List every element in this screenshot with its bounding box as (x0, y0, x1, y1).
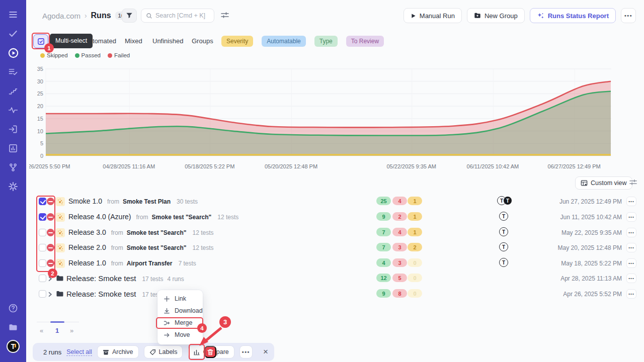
selection-more-button[interactable]: ••• (239, 345, 253, 358)
passed-badge: 7 (376, 243, 391, 251)
sidebar-bottom: T (4, 299, 23, 356)
merge-icon (164, 320, 170, 326)
row-more-button[interactable]: ••• (626, 258, 636, 268)
tab-unfinished[interactable]: Unfinished (152, 37, 183, 45)
ellipsis-icon: ••• (628, 245, 634, 250)
row-more-button[interactable]: ••• (626, 274, 636, 283)
x-tick: 04/26/2025 5:50 PM (29, 163, 70, 169)
logo-avatar[interactable]: T (4, 337, 23, 356)
sidebar: T (0, 0, 26, 362)
group-row[interactable]: Release: Smoke test17 tests7 runs980Apr … (0, 286, 644, 301)
labels-label: Labels (159, 348, 178, 355)
row-checkbox[interactable] (39, 198, 46, 205)
ellipsis-icon: ••• (624, 13, 632, 19)
labels-button[interactable]: Labels (144, 345, 183, 358)
menu-icon[interactable] (4, 5, 23, 24)
annotation-step-3: 3 (219, 316, 231, 328)
run-burst-icon (56, 197, 65, 206)
tag-severity[interactable]: Severity (221, 36, 253, 47)
table-row[interactable]: Release 3.0fromSmoke test "Search"12 tes… (0, 225, 644, 240)
remove-icon[interactable] (47, 244, 54, 251)
view-settings-icon[interactable] (628, 178, 638, 188)
pagination-prev[interactable]: « (40, 327, 43, 334)
folder-icon[interactable] (4, 318, 23, 337)
row-checkbox[interactable] (39, 290, 46, 298)
remove-icon[interactable] (47, 213, 54, 221)
remove-icon[interactable] (47, 229, 54, 236)
download-icon (164, 308, 170, 314)
row-more-button[interactable]: ••• (626, 212, 636, 222)
menu-item-label: Link (175, 295, 186, 302)
row-more-button[interactable]: ••• (626, 243, 636, 252)
arrow-right-icon (164, 332, 170, 338)
new-group-button[interactable]: New Group (467, 8, 525, 23)
menu-item-move[interactable]: Move (157, 329, 203, 341)
row-checkbox[interactable] (39, 275, 46, 282)
failed-badge: 5 (392, 274, 407, 282)
group-row[interactable]: Release: Smoke test17 tests4 runs1250Apr… (0, 270, 644, 286)
check-icon[interactable] (4, 24, 23, 43)
remove-icon[interactable] (47, 259, 54, 267)
tag-type[interactable]: Type (314, 36, 338, 47)
runs-status-report-button[interactable]: Runs Status Report (530, 8, 616, 23)
chevron-right-icon[interactable] (47, 290, 53, 299)
filter-button[interactable] (122, 9, 137, 23)
list-check-icon[interactable] (4, 62, 23, 81)
play-icon (411, 13, 416, 19)
row-checkbox[interactable] (39, 244, 46, 251)
row-checkbox[interactable] (39, 229, 46, 236)
run-from-label: from (111, 244, 123, 251)
pagination-page-1[interactable]: 1 (55, 327, 59, 334)
tag-to-review[interactable]: To Review (346, 36, 384, 47)
skipped-badge: 0 (408, 258, 422, 267)
row-checkbox[interactable] (39, 259, 46, 267)
tag-automatable[interactable]: Automatable (262, 36, 305, 47)
manual-run-label: Manual Run (420, 12, 455, 20)
menu-item-link[interactable]: Link (157, 293, 203, 305)
menu-item-merge[interactable]: Merge (157, 317, 203, 329)
run-name: Smoke 1.0fromSmoke Test Plan30 tests (68, 197, 198, 205)
tab-groups[interactable]: Groups (192, 37, 213, 45)
table-gear-icon (581, 179, 588, 187)
failed-badge: 4 (392, 197, 407, 205)
table-row[interactable]: Release 1.0fromAirport Transfer7 tests43… (0, 255, 644, 270)
y-tick-0: 0 (28, 153, 43, 159)
custom-view-label: Custom view (591, 179, 627, 187)
tab-mixed[interactable]: Mixed (125, 37, 142, 45)
run-name: Release 4.0 (Azure)fromSmoke test "Searc… (68, 213, 238, 221)
failed-badge: 2 (392, 212, 407, 221)
table-row[interactable]: Smoke 1.0fromSmoke Test Plan30 tests2541… (0, 194, 644, 209)
run-from-label: from (111, 260, 123, 267)
row-more-button[interactable]: ••• (626, 289, 636, 299)
select-all-link[interactable]: Select all (66, 348, 92, 356)
search-input[interactable]: Search [Cmd + K] (141, 9, 214, 23)
legend-passed: Passed (75, 52, 101, 58)
table-row[interactable]: Release 2.0fromSmoke test "Search"12 tes… (0, 240, 644, 255)
report-icon[interactable] (4, 139, 23, 158)
remove-icon[interactable] (47, 198, 54, 205)
table-row[interactable]: Release 4.0 (Azure)fromSmoke test "Searc… (0, 209, 644, 224)
search-icon (146, 13, 152, 19)
branch-icon[interactable] (4, 158, 23, 177)
row-more-button[interactable]: ••• (626, 197, 636, 206)
pulse-icon[interactable] (4, 101, 23, 120)
archive-button[interactable]: Archive (97, 345, 139, 358)
close-selection-icon[interactable]: × (263, 347, 268, 357)
custom-view-button[interactable]: Custom view (575, 176, 632, 190)
search-placeholder: Search [Cmd + K] (155, 12, 205, 19)
y-tick-30: 30 (28, 78, 43, 84)
logo-avatar[interactable]: T (7, 340, 20, 353)
header-more-button[interactable]: ••• (621, 8, 636, 23)
filter-settings-icon[interactable] (219, 10, 230, 21)
import-icon[interactable] (4, 120, 23, 139)
steps-icon[interactable] (4, 81, 23, 101)
row-more-button[interactable]: ••• (626, 228, 636, 237)
breadcrumb-root[interactable]: Agoda.com (42, 12, 80, 20)
row-checkbox[interactable] (39, 213, 46, 221)
pagination-next[interactable]: » (70, 327, 73, 334)
manual-run-button[interactable]: Manual Run (404, 8, 462, 23)
menu-item-download[interactable]: Download (157, 305, 203, 317)
failed-badge: 3 (392, 243, 407, 251)
play-circle-icon[interactable] (4, 43, 23, 62)
folder-icon (56, 274, 64, 284)
